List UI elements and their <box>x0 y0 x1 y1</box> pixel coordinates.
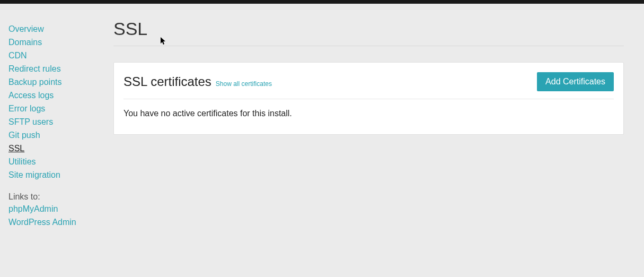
show-all-certificates-link[interactable]: Show all certificates <box>216 80 272 88</box>
sidebar-item-access-logs[interactable]: Access logs <box>8 89 106 102</box>
add-certificates-button[interactable]: Add Certificates <box>537 72 614 91</box>
sidebar-item-utilities[interactable]: Utilities <box>8 155 106 168</box>
layout-container: Overview Domains CDN Redirect rules Back… <box>0 4 644 277</box>
sidebar-item-domains[interactable]: Domains <box>8 36 106 49</box>
panel-title: SSL certificates <box>123 74 211 89</box>
sidebar-nav: Overview Domains CDN Redirect rules Back… <box>0 4 106 277</box>
sidebar-item-ssl[interactable]: SSL <box>8 142 106 155</box>
sidebar-item-redirect-rules[interactable]: Redirect rules <box>8 63 106 75</box>
sidebar-link-wordpress-admin[interactable]: WordPress Admin <box>8 216 106 229</box>
empty-state-message: You have no active certificates for this… <box>123 109 614 118</box>
sidebar-item-sftp-users[interactable]: SFTP users <box>8 116 106 128</box>
sidebar-item-cdn[interactable]: CDN <box>8 49 106 62</box>
sidebar-link-phpmyadmin[interactable]: phpMyAdmin <box>8 203 106 215</box>
ssl-certificates-panel: SSL certificates Show all certificates A… <box>113 62 624 135</box>
panel-header: SSL certificates Show all certificates A… <box>123 72 614 99</box>
page-title: SSL <box>113 19 624 46</box>
sidebar-item-git-push[interactable]: Git push <box>8 129 106 142</box>
top-bar <box>0 0 644 4</box>
sidebar-item-backup-points[interactable]: Backup points <box>8 76 106 89</box>
sidebar-links-label: Links to: <box>8 192 106 202</box>
main-content: SSL SSL certificates Show all certificat… <box>106 4 644 277</box>
sidebar-item-site-migration[interactable]: Site migration <box>8 169 106 181</box>
sidebar-item-overview[interactable]: Overview <box>8 23 106 36</box>
panel-header-left: SSL certificates Show all certificates <box>123 74 272 89</box>
sidebar-item-error-logs[interactable]: Error logs <box>8 102 106 115</box>
